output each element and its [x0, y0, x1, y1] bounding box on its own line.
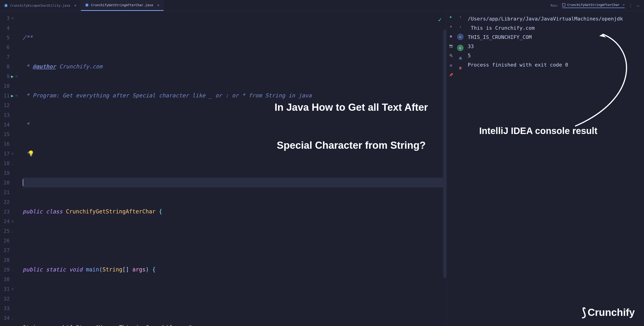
line-number: 34 [2, 315, 10, 321]
rerun-icon[interactable]: ▶ [448, 14, 454, 19]
down-arrow-icon[interactable]: ↓ [458, 24, 463, 29]
editor-pane[interactable]: 3⊟ 4 5 6 7 8⌞ 9▶⊟ 10 11▶⊟ 12 13 14 15 16… [0, 11, 446, 326]
console-output[interactable]: /Users/app/Library/Java/JavaVirtualMachi… [466, 11, 644, 326]
bulb-icon[interactable]: 💡 [28, 149, 34, 158]
line-number: 14 [2, 122, 10, 127]
screenshot-icon[interactable]: 📷 [448, 43, 454, 48]
fold-icon[interactable]: ⌞ [11, 229, 14, 233]
check-icon: ✓ [438, 15, 442, 24]
run-pane: ▶ ⚙ ■ 📷 🔌 ▤ 📌 ↑ ↓ ≡ ≡ 🖶 🗑 /Users/app/Lib… [446, 11, 644, 326]
line-number: 8 [2, 64, 10, 70]
line-number: 5 [2, 35, 10, 41]
line-number: 3 [2, 16, 10, 21]
fold-icon[interactable]: ⊟ [11, 152, 14, 155]
svg-text:J: J [5, 4, 7, 7]
line-number: 27 [2, 247, 10, 253]
tab-label: CrunchifyGetStringAfterChar.java [91, 3, 153, 7]
line-number: 13 [2, 112, 10, 118]
java-file-icon: J [4, 4, 8, 7]
line-number: 17 [2, 151, 10, 156]
tab-label: CrunchifyEscapeCharUtility.java [10, 4, 70, 7]
annotation-arrow [557, 30, 640, 131]
line-number: 4 [2, 25, 10, 31]
stop-icon[interactable]: ■ [448, 34, 454, 39]
settings-icon[interactable]: ⚙ [448, 24, 454, 29]
line-number: 32 [2, 296, 10, 302]
line-number: 21 [2, 190, 10, 195]
line-number: 31 [2, 286, 10, 292]
close-icon[interactable]: × [74, 3, 76, 8]
fold-icon[interactable]: ⌞ [11, 268, 14, 271]
run-config-area: Run: CrunchifyGetStringAfterChar × ⋮ — [551, 0, 644, 11]
fold-icon[interactable]: ⌞ [11, 316, 14, 320]
line-number: 25 [2, 228, 10, 234]
run-gutter-icon[interactable]: ▶ [11, 93, 14, 98]
output-line: /Users/app/Library/Java/JavaVirtualMachi… [468, 14, 642, 24]
gutter: 3⊟ 4 5 6 7 8⌞ 9▶⊟ 10 11▶⊟ 12 13 14 15 16… [0, 11, 20, 326]
run-label: Run: [551, 4, 558, 7]
close-icon[interactable]: × [157, 3, 160, 7]
close-icon[interactable]: × [623, 3, 625, 7]
scroll-end-icon[interactable]: ≡ [457, 45, 464, 51]
fold-icon[interactable]: ⊟ [11, 220, 14, 223]
svg-rect-4 [562, 4, 565, 6]
more-icon[interactable]: ⋮ [628, 3, 633, 8]
run-gutter-icon[interactable]: ▶ [11, 74, 14, 79]
tabs-bar: J CrunchifyEscapeCharUtility.java × J Cr… [0, 0, 644, 11]
line-number: 26 [2, 238, 10, 244]
run-toolbar-right: ↑ ↓ ≡ ≡ 🖶 🗑 [455, 11, 466, 326]
soft-wrap-icon[interactable]: ≡ [457, 34, 464, 40]
line-number: 11 [2, 93, 10, 99]
line-number: 16 [2, 141, 10, 147]
fold-icon[interactable]: ⊟ [11, 287, 14, 291]
java-file-icon: J [85, 3, 89, 7]
fold-icon[interactable]: ⊟ [11, 17, 14, 20]
run-config-name: CrunchifyGetStringAfterChar [567, 3, 620, 7]
fold-icon[interactable]: ⊟ [15, 75, 18, 78]
overlay-title: In Java How to Get all Text After Specia… [275, 76, 428, 177]
code-area[interactable]: /** * @author Crunchify.com * Program: G… [20, 11, 446, 326]
layout-icon[interactable]: ▤ [448, 63, 454, 68]
line-number: 15 [2, 131, 10, 137]
line-number: 9 [2, 73, 10, 79]
line-number: 20 [2, 180, 10, 186]
logo-swoosh-icon: ⟆ [582, 306, 586, 319]
annotation-text: IntelliJ IDEA console result [479, 126, 597, 135]
dump-icon[interactable]: 🔌 [448, 53, 454, 58]
fold-icon[interactable]: ⌞ [11, 65, 14, 68]
svg-text:J: J [86, 4, 88, 7]
tab-crunchify-get-string[interactable]: J CrunchifyGetStringAfterChar.java × [81, 0, 164, 11]
line-number: 28 [2, 257, 10, 263]
clear-icon[interactable]: 🗑 [458, 65, 463, 70]
line-number: 6 [2, 44, 10, 50]
line-number: 19 [2, 170, 10, 176]
line-number: 33 [2, 305, 10, 311]
crunchify-logo: ⟆ Crunchify [582, 306, 635, 319]
cursor [23, 179, 23, 186]
run-toolbar-left: ▶ ⚙ ■ 📷 🔌 ▤ 📌 [446, 11, 455, 326]
line-number: 12 [2, 102, 10, 108]
fold-icon[interactable]: ⌞ [11, 161, 14, 165]
application-icon [562, 3, 566, 7]
run-config-selector[interactable]: CrunchifyGetStringAfterChar × [562, 3, 625, 8]
tab-crunchify-escape[interactable]: J CrunchifyEscapeCharUtility.java × [0, 0, 81, 11]
line-number: 22 [2, 199, 10, 205]
up-arrow-icon[interactable]: ↑ [458, 14, 463, 19]
line-number: 18 [2, 160, 10, 166]
line-number: 24 [2, 219, 10, 224]
pin-icon[interactable]: 📌 [448, 72, 454, 77]
line-number: 30 [2, 276, 10, 282]
scrollbar[interactable] [443, 30, 446, 278]
line-number: 10 [2, 83, 10, 89]
line-number: 23 [2, 209, 10, 215]
minimize-icon[interactable]: — [637, 3, 640, 8]
print-icon[interactable]: 🖶 [458, 56, 463, 61]
fold-icon[interactable]: ⊟ [15, 94, 18, 97]
line-number: 7 [2, 54, 10, 60]
line-number: 29 [2, 267, 10, 273]
